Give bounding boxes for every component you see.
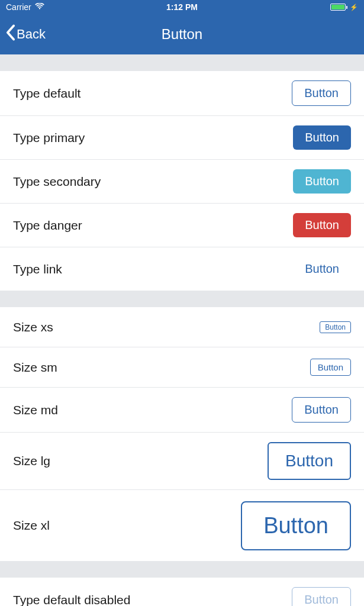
button-size-md[interactable]: Button <box>292 397 351 423</box>
button-size-xs[interactable]: Button <box>320 321 351 333</box>
row-label: Size lg <box>13 454 50 468</box>
button-default-disabled: Button <box>292 587 351 606</box>
content: Type default Button Type primary Button … <box>0 71 364 606</box>
row-label: Type default <box>13 86 80 101</box>
button-size-lg[interactable]: Button <box>268 442 351 480</box>
button-size-xl[interactable]: Button <box>241 501 351 550</box>
row-label: Type secondary <box>13 175 101 189</box>
chevron-left-icon <box>6 24 15 44</box>
nav-bar: Back Button <box>0 14 364 54</box>
row-default-disabled: Type default disabled Button <box>0 578 364 606</box>
button-danger[interactable]: Button <box>293 213 351 237</box>
row-type-link: Type link Button <box>0 247 364 291</box>
button-default[interactable]: Button <box>292 80 351 106</box>
row-label: Type link <box>13 262 62 276</box>
section-sizes: Size xs Button Size sm Button Size md Bu… <box>0 307 364 561</box>
row-type-danger: Type danger Button <box>0 204 364 247</box>
button-link[interactable]: Button <box>293 257 351 281</box>
section-types: Type default Button Type primary Button … <box>0 71 364 291</box>
status-left: Carrier <box>6 2 44 12</box>
row-size-xl: Size xl Button <box>0 490 364 561</box>
back-label: Back <box>17 27 46 42</box>
row-label: Type default disabled <box>13 593 130 607</box>
status-right: ⚡ <box>330 4 358 11</box>
row-type-primary: Type primary Button <box>0 116 364 160</box>
row-size-md: Size md Button <box>0 388 364 433</box>
button-primary[interactable]: Button <box>293 125 351 150</box>
status-time: 1:12 PM <box>166 2 198 12</box>
row-label: Size xs <box>13 320 53 334</box>
back-button[interactable]: Back <box>6 24 46 44</box>
carrier-label: Carrier <box>6 2 31 12</box>
wifi-icon <box>35 2 44 12</box>
button-secondary[interactable]: Button <box>293 169 351 194</box>
status-bar: Carrier 1:12 PM ⚡ <box>0 0 364 14</box>
page-title: Button <box>162 26 202 43</box>
row-type-secondary: Type secondary Button <box>0 160 364 204</box>
charging-icon: ⚡ <box>350 4 358 11</box>
row-label: Size sm <box>13 360 57 375</box>
row-size-sm: Size sm Button <box>0 347 364 388</box>
section-disabled: Type default disabled Button <box>0 578 364 606</box>
row-type-default: Type default Button <box>0 71 364 116</box>
battery-icon: ⚡ <box>330 4 358 11</box>
button-size-sm[interactable]: Button <box>310 359 351 376</box>
row-size-xs: Size xs Button <box>0 307 364 347</box>
row-label: Size md <box>13 403 58 417</box>
row-label: Size xl <box>13 518 50 533</box>
row-size-lg: Size lg Button <box>0 433 364 490</box>
row-label: Type danger <box>13 218 82 233</box>
row-label: Type primary <box>13 131 85 145</box>
